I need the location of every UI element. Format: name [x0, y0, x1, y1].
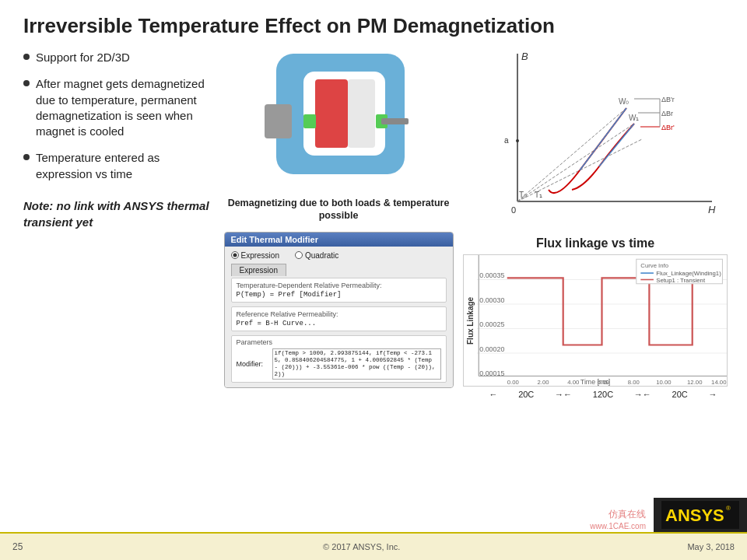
radio-expression-circle: [231, 251, 239, 259]
temp-arrow-3: →: [709, 390, 717, 399]
svg-text:4.00: 4.00: [567, 379, 579, 386]
svg-text:12.00: 12.00: [687, 379, 702, 386]
website-text: www.1CAE.com: [590, 522, 646, 530]
footer-copyright: © 2017 ANSYS, Inc.: [36, 542, 687, 551]
flux-chart-title: Flux linkage vs time: [463, 236, 728, 250]
svg-text:ΔB'r: ΔB'r: [661, 96, 675, 103]
dialog-section-1-title: Temperature-Dependent Relative Permeabil…: [237, 282, 441, 289]
svg-point-30: [516, 139, 519, 142]
bullet-dot-2: [23, 80, 30, 86]
dialog-tab: Expression: [231, 264, 286, 276]
diagram-caption: Demagnetizing due to both loads & temper…: [222, 197, 455, 222]
footer: 25 © 2017 ANSYS, Inc. May 3, 2018: [0, 532, 747, 560]
radio-quadratic: Quadratic: [295, 251, 338, 260]
svg-text:0.00025: 0.00025: [479, 321, 504, 329]
svg-text:Time [ms]: Time [ms]: [580, 378, 611, 386]
flux-chart-container: Flux Linkage: [463, 254, 728, 387]
bh-chart: B H 0 T₀ T₁ W₀ W₁: [463, 46, 728, 233]
svg-rect-7: [381, 118, 409, 124]
dialog-section-1-text: P(Temp) = Pref [Modifier]: [237, 291, 441, 299]
temp-arrow-2: →←: [634, 390, 651, 399]
svg-text:0: 0: [511, 205, 516, 215]
thermal-modifier-dialog: Edit Thermal Modifier Expression Quadrat…: [224, 232, 454, 388]
svg-text:ΔBr': ΔBr': [661, 124, 675, 131]
middle-column: Demagnetizing due to both loads & temper…: [218, 46, 459, 536]
bullet-1: Support for 2D/3D: [23, 50, 210, 65]
svg-rect-4: [303, 114, 316, 128]
svg-text:8.00: 8.00: [628, 379, 640, 386]
temp-label-20c-1: ←: [489, 390, 497, 399]
svg-text:0.00030: 0.00030: [479, 296, 504, 304]
svg-text:®: ®: [726, 505, 731, 512]
left-column: Support for 2D/3D After magnet gets dema…: [16, 46, 218, 536]
right-column: B H 0 T₀ T₁ W₀ W₁: [459, 46, 731, 536]
svg-text:W₀: W₀: [619, 97, 629, 106]
slide: Irreversible Temperature Effect on PM De…: [0, 0, 747, 560]
ansys-logo-area: ANSYS ®: [654, 498, 747, 532]
dialog-content: Expression Quadratic Expression Temperat…: [225, 247, 453, 387]
dialog-modifier-row: Modifier: if(Temp > 1000, 2.993875144, i…: [237, 348, 441, 380]
svg-text:0.00: 0.00: [507, 379, 519, 386]
bullet-dot-3: [23, 154, 30, 160]
magnet-diagram: [261, 50, 416, 194]
dialog-section-2-title: Reference Relative Permeability:: [237, 310, 441, 318]
dialog-title-bar: Edit Thermal Modifier: [225, 233, 453, 247]
svg-text:Curve Info: Curve Info: [640, 262, 668, 269]
flux-y-label: Flux Linkage: [464, 255, 477, 386]
dialog-modifier-value: if(Temp > 1000, 2.993875144, if(Temp < -…: [272, 348, 441, 380]
bullet-3: Temperature entered as expression vs tim…: [23, 150, 210, 182]
dialog-modifier-label: Modifier:: [237, 360, 269, 368]
slide-title: Irreversible Temperature Effect on PM De…: [0, 0, 747, 46]
temp-label-120c: 120C: [593, 390, 613, 399]
svg-text:Setup1 : Transient: Setup1 : Transient: [656, 277, 706, 284]
dialog-section-2-text: Pref = B-H Curve...: [237, 320, 441, 327]
dialog-params-title: Parameters: [237, 338, 441, 346]
svg-text:10.00: 10.00: [656, 379, 671, 386]
svg-text:ΔBr: ΔBr: [661, 110, 673, 117]
radio-expression: Expression: [231, 251, 279, 260]
svg-rect-3: [348, 79, 375, 148]
svg-text:ANSYS: ANSYS: [665, 506, 724, 525]
dialog-params: Parameters Modifier: if(Temp > 1000, 2.9…: [231, 335, 447, 383]
svg-text:W₁: W₁: [629, 114, 639, 122]
flux-chart-inner: 0.00035 0.00030 0.00025 0.00020 0.00015 …: [477, 255, 727, 386]
content-area: Support for 2D/3D After magnet gets dema…: [0, 46, 747, 536]
svg-text:a: a: [504, 136, 509, 145]
bullet-dot-1: [23, 54, 30, 60]
watermark-text: 仿真在线: [608, 508, 646, 521]
temp-arrow-1: →←: [555, 390, 572, 399]
footer-date: May 3, 2018: [687, 542, 735, 551]
temp-label-20c-text: 20C: [518, 390, 534, 399]
footer-page-number: 25: [12, 541, 36, 552]
svg-line-16: [517, 124, 634, 201]
flux-chart-area: Flux linkage vs time Flux Linkage: [463, 236, 728, 536]
temp-labels: ← 20C →← 120C →← 20C →: [463, 390, 728, 399]
note-text: Note: no link with ANSYS thermal transie…: [23, 198, 210, 230]
svg-text:0.00020: 0.00020: [479, 345, 504, 353]
svg-text:14.00: 14.00: [711, 379, 726, 386]
dialog-radio-row: Expression Quadratic: [231, 251, 447, 260]
svg-text:0.00035: 0.00035: [479, 272, 504, 280]
temp-label-20c-2: 20C: [672, 390, 688, 399]
svg-text:2.00: 2.00: [537, 379, 549, 386]
svg-text:0.00015: 0.00015: [479, 370, 504, 378]
dialog-section-1: Temperature-Dependent Relative Permeabil…: [231, 278, 447, 303]
svg-line-21: [599, 124, 634, 166]
svg-rect-6: [265, 104, 292, 138]
svg-text:B: B: [521, 51, 528, 62]
svg-text:T₁: T₁: [535, 191, 542, 199]
svg-text:H: H: [708, 204, 716, 215]
bullet-2: After magnet gets demagnetized due to te…: [23, 76, 210, 139]
dialog-section-2: Reference Relative Permeability: Pref = …: [231, 306, 447, 331]
radio-quadratic-circle: [295, 251, 303, 259]
svg-rect-2: [315, 79, 348, 148]
